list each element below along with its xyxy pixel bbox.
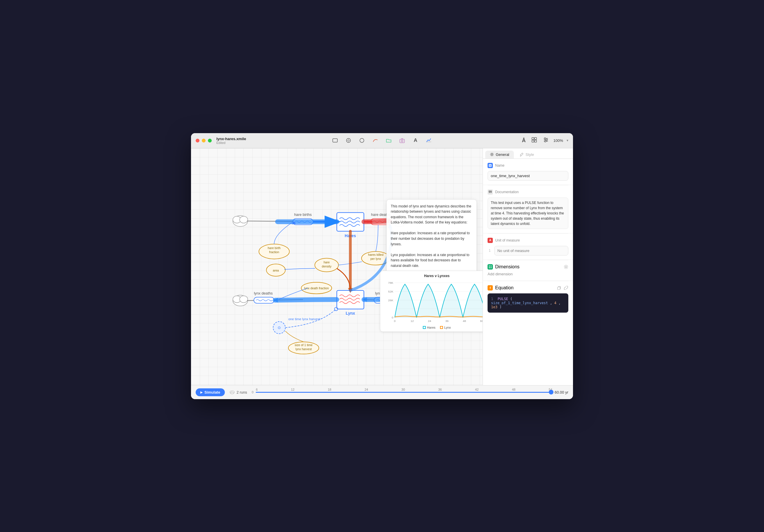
brush-icon (520, 152, 524, 157)
legend-lynx: Lynx (440, 326, 451, 329)
rectangle-tool-icon[interactable] (331, 136, 339, 145)
dimensions-settings-icon[interactable] (564, 265, 568, 269)
equation-code[interactable]: 1 PULSE ( size_of_1_time_lynx_harvest , … (487, 293, 568, 313)
zoom-chevron[interactable]: ▾ (567, 138, 568, 142)
equation-actions (557, 286, 568, 290)
zoom-level[interactable]: 100% (553, 138, 563, 143)
camera-tool-icon[interactable] (398, 136, 406, 145)
simulate-button[interactable]: Simulate (196, 388, 225, 396)
svg-text:hare birth: hare birth (268, 246, 281, 250)
svg-text:fraction: fraction (269, 251, 279, 254)
unit-section-header: A Unit of measure (487, 238, 568, 243)
legend-hares: Hares (423, 326, 435, 329)
eq-param-2: 4 (554, 301, 556, 305)
runs-info: 2 runs (230, 390, 247, 395)
timeline-end: 60.00 yr (555, 390, 568, 394)
maximize-button[interactable] (208, 139, 212, 142)
tick-48: 48 (512, 388, 515, 391)
svg-text:78K: 78K (388, 281, 393, 284)
unit-icon: A (487, 238, 493, 243)
tick-18: 18 (328, 388, 331, 391)
svg-point-4 (401, 140, 403, 142)
equation-expand-icon[interactable] (564, 286, 568, 290)
equation-label-group: f Equation (487, 285, 513, 291)
svg-text:52K: 52K (388, 290, 393, 293)
minimize-button[interactable] (202, 139, 206, 142)
svg-point-15 (544, 141, 546, 142)
svg-rect-30 (337, 290, 364, 309)
grid-icon[interactable] (530, 136, 538, 145)
font-size-icon[interactable]: Å (521, 136, 527, 145)
svg-text:hare births: hare births (294, 212, 312, 217)
svg-text:lynx harvest: lynx harvest (295, 347, 312, 351)
svg-rect-41 (254, 297, 274, 303)
legend-lynx-label: Lynx (444, 326, 451, 329)
bottombar: Simulate 2 runs 0 6 12 18 24 30 36 42 (191, 385, 573, 399)
timeline[interactable]: 0 6 12 18 24 30 36 42 48 54 60.00 yr (252, 388, 568, 397)
add-dimension-btn[interactable]: Add dimension (487, 272, 513, 276)
svg-point-24 (240, 296, 248, 303)
tick-30: 30 (402, 388, 405, 391)
doc-text[interactable]: This test input uses a PULSE function to… (487, 198, 568, 229)
svg-rect-3 (400, 139, 404, 143)
name-icon: V (487, 163, 493, 168)
chart-title: Hares v Lynxes (383, 274, 482, 278)
gear-icon (490, 152, 494, 157)
svg-text:36: 36 (445, 319, 449, 322)
timeline-track[interactable]: 6 12 18 24 30 36 42 48 54 (256, 392, 552, 393)
chart-tool-icon[interactable] (425, 136, 433, 145)
toolbar-right: Å 100% ▾ (521, 136, 568, 145)
unit-input[interactable] (494, 246, 568, 255)
app-subtitle: Edited (216, 141, 246, 145)
name-input[interactable] (487, 171, 568, 181)
chart-svg: 78K 52K 26K 0 0 12 24 36 48 60 (383, 280, 482, 324)
eq-paren-open: ( (510, 297, 512, 301)
dimensions-header: Dimensions (487, 264, 568, 270)
compass-tool-icon[interactable] (344, 136, 352, 145)
eq-line-number: 1 (491, 297, 493, 301)
svg-rect-0 (333, 139, 337, 142)
cloud-small-icon (230, 390, 235, 395)
grid-small-icon (488, 265, 492, 269)
circle-tool-icon[interactable] (358, 136, 366, 145)
svg-rect-97 (490, 267, 492, 268)
svg-text:per lynx: per lynx (370, 257, 381, 260)
svg-rect-6 (532, 138, 534, 140)
curve-tool-icon[interactable] (371, 136, 379, 145)
equation-label: Equation (495, 285, 513, 291)
svg-text:12: 12 (411, 319, 414, 322)
tab-general[interactable]: General (485, 151, 514, 159)
timeline-thumb[interactable] (549, 390, 553, 394)
panel-tabs: General Style (483, 148, 573, 159)
legend-hares-dot (423, 326, 426, 329)
chart-legend: Hares Lynx (383, 326, 482, 329)
traffic-lights (196, 139, 212, 142)
svg-point-14 (546, 139, 547, 141)
eq-comma-2: , (558, 301, 560, 305)
svg-point-13 (544, 138, 546, 139)
tick-36: 36 (438, 388, 442, 391)
svg-point-98 (565, 266, 567, 268)
svg-text:48: 48 (463, 319, 466, 322)
tab-style[interactable]: Style (515, 151, 539, 159)
svg-text:0: 0 (392, 316, 393, 319)
svg-point-1 (346, 138, 350, 142)
sliders-icon[interactable] (542, 136, 550, 145)
doc-section: 99 Documentation This test input uses a … (483, 185, 573, 233)
timeline-progress (256, 392, 552, 393)
app-title-area: lynx-hares.xmile Edited (216, 137, 246, 145)
eq-param-1: size_of_1_time_lynx_harvest (491, 301, 548, 305)
svg-point-2 (360, 138, 364, 142)
dimensions-label-group: Dimensions (487, 264, 520, 270)
canvas-area[interactable]: Hares Lynx (191, 148, 482, 385)
close-button[interactable] (196, 139, 199, 142)
equation-section: f Equation 1 PULSE (483, 281, 573, 317)
unit-label: Unit of measure (495, 238, 520, 242)
unit-section: A Unit of measure 1 (483, 234, 573, 260)
svg-text:area: area (273, 269, 279, 272)
equation-copy-icon[interactable] (557, 286, 561, 290)
folder-tool-icon[interactable] (385, 136, 393, 145)
text-tool-icon[interactable]: A (412, 136, 420, 145)
dimensions-label: Dimensions (495, 264, 520, 270)
tick-12: 12 (291, 388, 294, 391)
